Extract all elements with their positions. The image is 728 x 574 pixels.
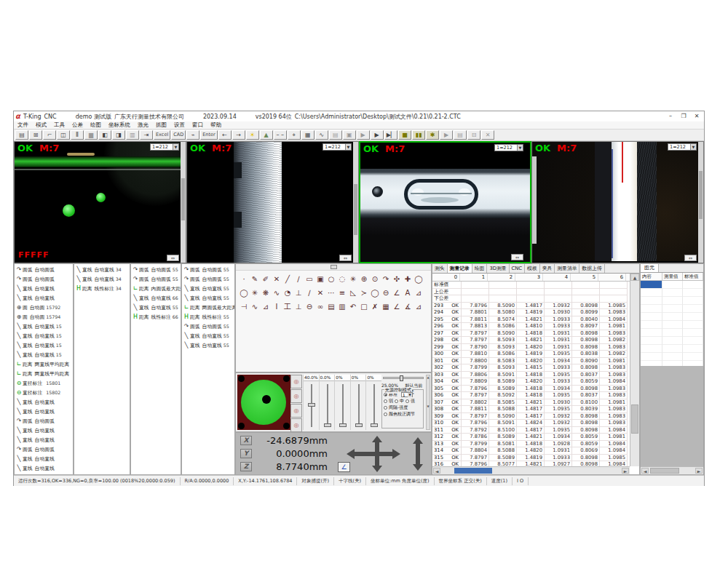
toolbar-button[interactable]: – – [274,130,287,140]
toolbar-button[interactable]: ▤ [15,130,28,140]
table-tab[interactable]: 测量清单 [555,264,579,273]
axis-y-button[interactable]: Y [240,449,252,458]
slider-thumb[interactable] [324,423,331,427]
table-tab[interactable]: 夹具 [540,264,555,273]
table-row[interactable]: 302OK 7.8799 8.5093 1.4815 1.0933 0.8098… [432,364,639,372]
toolbar-button[interactable]: ⌖ [288,130,301,140]
axis-z-button[interactable]: Z [240,462,252,471]
table-row[interactable]: 304OK 7.8809 8.5089 1.4820 1.0933 0.8059… [432,378,639,386]
toolbar-button[interactable]: ▶ [440,130,453,140]
tool-button[interactable]: ✳ [348,274,358,284]
tool-button[interactable]: ✐ [261,274,271,284]
toolbar-button[interactable]: ▣ [343,130,356,140]
joystick-pad[interactable] [237,375,290,430]
table-tab[interactable]: 测头 [432,264,448,273]
toolbar-button[interactable]: CAD [171,130,186,140]
camera-scale-dropdown[interactable]: 1=212▼ [494,144,523,151]
tool-button[interactable]: ◺ [348,288,358,298]
table-vertical-scrollbar[interactable]: ▲ [630,274,639,466]
tool-button[interactable]: ⊥ [293,302,304,312]
camera-scale-dropdown[interactable]: 1=212▼ [323,143,352,151]
tool-button[interactable]: ⊿ [414,302,424,312]
tool-button[interactable]: ∿ [250,302,260,312]
toolbar-button[interactable]: ◨ [112,130,125,140]
toolbar-button[interactable]: ▆ [84,130,98,140]
table-row[interactable]: 296OK 7.8813 8.5086 1.4810 1.0933 0.8097… [432,323,639,330]
table-row[interactable]: 298OK 7.8797 8.5093 1.4821 1.0931 0.8098… [432,337,639,344]
list-item[interactable]: ╲ 直线 自动直线 [15,426,73,435]
tool-button[interactable]: ╱ [282,274,293,284]
tool-button[interactable]: ∠ [392,302,402,312]
tool-button[interactable]: Ⅰ [272,302,282,312]
tool-button[interactable]: ⊙ [370,274,380,284]
palette-grip[interactable] [236,264,431,271]
table-row[interactable]: 313OK 7.8799 8.5081 1.4818 1.0928 0.8059… [432,441,639,448]
tool-button[interactable]: ⊥ [293,288,304,298]
table-row[interactable]: 309OK 7.8797 8.5090 1.4817 1.0932 0.8098… [432,413,639,420]
toolbar-button[interactable]: ▦ [301,130,314,140]
tool-button[interactable]: · [239,274,249,284]
camera-resize-icon[interactable]: ⇔ [339,255,352,261]
scroll-right-icon[interactable]: ► [622,468,629,474]
list-item[interactable]: ↷ 圆弧 自动圆弧 [15,274,73,284]
tool-button[interactable]: 工 [282,302,293,312]
table-horizontal-scrollbar[interactable]: ◄ ► [432,466,630,474]
ring-segment-button[interactable]: ◎ [290,418,302,432]
table-tab[interactable]: 数据上传 [579,264,604,273]
tool-button[interactable]: ∕ [293,274,304,284]
tool-button[interactable]: ▥ [337,302,347,312]
tool-button[interactable]: ◯ [370,288,380,298]
table-tab[interactable]: 3D测量 [487,264,509,273]
table-row[interactable]: 308OK 7.8811 8.5088 1.4817 1.0935 0.8039… [432,406,639,413]
tool-button[interactable]: ▣ [315,274,325,284]
axis-x-button[interactable]: X [240,436,252,445]
radio-icon[interactable] [405,399,409,403]
radio-icon[interactable] [384,399,387,403]
list-item[interactable]: ╲ 直线 自动直线 34 [74,265,130,274]
menu-item[interactable]: 激光 [134,121,152,129]
slider-thumb[interactable] [308,403,315,407]
scroll-right-icon[interactable]: ► [695,468,703,474]
tool-button[interactable]: ✎ [250,274,260,284]
table-row[interactable]: 301OK 7.8800 8.5083 1.4820 1.0934 0.8090… [432,358,639,365]
selected-cell[interactable] [641,281,662,289]
list-item[interactable]: ╲ 直线 自动直线 15 [15,350,73,359]
list-item[interactable]: ↷ 圆弧 自动圆弧 55 [182,274,234,284]
tool-button[interactable]: ◌ [337,274,347,284]
list-item[interactable]: ╲ 直线 自动直线 15 [15,340,73,350]
toolbar-button[interactable]: Enter [200,130,217,140]
table-row[interactable]: 294OK 7.8801 8.5080 1.4819 1.0930 0.8099… [432,309,639,316]
list-item[interactable]: ╲ 直线 自动直线 [15,397,73,407]
toolbar-button[interactable]: ▤ [454,130,467,140]
chevron-down-icon[interactable]: ▼ [408,393,412,397]
camera-scrollbar[interactable] [698,142,703,263]
camera-panel-4[interactable]: OK M:7 1=212▼ ⇔ [531,141,704,263]
list-item[interactable]: ↷ 圆弧 自动圆弧 [15,445,73,454]
toolbar-button[interactable]: ■ [398,130,411,140]
toolbar-button[interactable]: ✱ [426,130,439,140]
minimize-button[interactable]: – [665,113,676,121]
tool-button[interactable]: ✣ [392,274,402,284]
tool-button[interactable]: ⊖ [381,288,391,298]
brightness-slider[interactable] [383,377,424,379]
camera-resize-icon[interactable]: ⇔ [684,255,697,261]
list-item[interactable]: ⊖ 直径标注 15801 [15,378,73,388]
toolbar-button[interactable]: ◫ [57,130,70,140]
menu-item[interactable]: 公差 [68,121,87,129]
tool-button[interactable]: ⊕ [359,274,369,284]
list-item[interactable]: ╲ 直线 自动直线 15 [15,322,73,331]
tool-button[interactable]: ↷ [381,274,391,284]
scroll-left-icon[interactable]: ◄ [433,468,440,474]
toolbar-button[interactable]: ☀ [246,130,259,140]
toolbar-button[interactable]: ▶ [371,130,384,140]
tool-button[interactable]: ✳ [250,288,260,298]
toolbar-button[interactable]: ▤ [329,130,342,140]
toolbar-button[interactable]: Excel [154,130,170,140]
menu-item[interactable]: 模式 [32,121,50,129]
tool-button[interactable]: ✕ [315,288,325,298]
list-item[interactable]: ╲ 直线 自动直线 55 [182,293,234,303]
tolerance-row[interactable]: 下公差 [432,295,639,303]
table-row[interactable]: 293OK 7.8796 8.5090 1.4817 1.0932 0.8098… [432,303,639,310]
table-row[interactable]: 310OK 7.8796 8.5091 1.4824 1.0932 0.8098… [432,420,639,427]
camera-panel-2[interactable]: OK M:7 1=212▼ ⇔ [186,141,359,263]
